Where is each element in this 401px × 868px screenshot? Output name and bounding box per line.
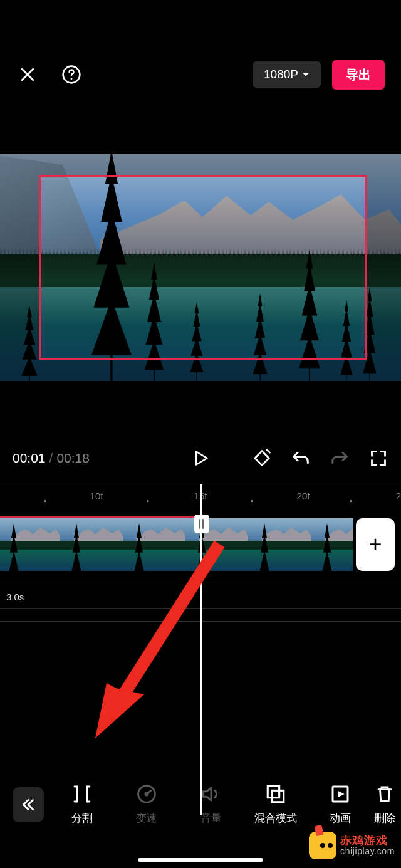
keyframe-button[interactable] [252,448,272,468]
clip-selection-indicator [0,516,200,518]
ruler-mark: 10f [90,491,103,501]
crop-frame[interactable] [39,175,367,360]
undo-button[interactable] [291,448,311,468]
total-time: 00:18 [56,451,90,466]
chevrons-left-icon [20,797,36,813]
overlay-duration-chip: 3.0s [0,589,30,605]
toolbar-item-split[interactable]: 分割 [50,783,115,825]
plus-icon: + [368,531,382,558]
play-icon [192,448,209,468]
play-button[interactable] [189,447,212,469]
ruler-mark: 2 [396,491,401,501]
help-icon [61,65,81,85]
toolbar-item-label: 音量 [200,811,222,825]
current-time: 00:01 [13,451,46,466]
keyframe-icon [253,449,271,468]
toolbar-back-button[interactable] [13,787,44,822]
time-display: 00:01 / 00:18 [13,451,90,466]
svg-point-3 [71,78,73,80]
blend-icon [265,783,286,805]
topbar-left-group [16,63,83,86]
editor-topbar: 1080P 导出 [0,51,401,98]
svg-rect-11 [272,790,283,802]
close-icon [18,65,37,84]
redo-icon [330,449,349,468]
svg-marker-7 [95,683,135,738]
undo-icon [291,449,310,468]
fullscreen-button[interactable] [368,448,388,468]
toolbar-item-delete[interactable]: 删除 [372,783,397,825]
video-clip[interactable] [0,518,353,571]
resolution-dropdown[interactable]: 1080P [253,61,321,88]
volume-icon [200,783,222,805]
help-button[interactable] [60,63,83,86]
svg-rect-10 [268,786,279,797]
time-separator: / [49,451,53,466]
watermark-rooster-icon [309,832,336,859]
resolution-label: 1080P [264,68,298,81]
watermark-brand: 赤鸡游戏 [340,834,395,847]
speed-icon [137,784,157,804]
ruler-mark: 20f [297,491,310,501]
fullscreen-icon [370,449,387,467]
add-clip-button[interactable]: + [356,518,395,571]
close-button[interactable] [16,63,39,86]
toolbar-item-speed[interactable]: 变速 [115,783,179,825]
watermark-url: chijiplay.com [340,847,395,857]
toolbar-item-label: 删除 [374,811,395,825]
split-icon [72,783,92,805]
chevron-down-icon [302,71,310,78]
toolbar-item-animation[interactable]: 动画 [308,783,372,825]
animation-icon [330,784,350,804]
toolbar-item-label: 分割 [71,811,93,825]
redo-button[interactable] [330,448,350,468]
toolbar-item-blend[interactable]: 混合模式 [243,783,308,825]
playhead[interactable] [200,484,202,815]
timeline[interactable]: 10f 15f 20f 2 + 3.0s [0,484,401,622]
playback-actions [252,448,388,468]
export-label: 导出 [346,68,371,81]
toolbar-item-label: 动画 [330,811,351,825]
toolbar-item-label: 变速 [136,811,157,825]
trash-icon [375,784,394,804]
svg-marker-6 [95,688,144,738]
video-preview[interactable] [0,154,401,381]
site-watermark: 赤鸡游戏 chijiplay.com [309,832,395,859]
toolbar-item-volume[interactable]: 音量 [179,783,244,825]
svg-point-9 [145,793,148,795]
playback-controls: 00:01 / 00:18 [0,446,401,470]
topbar-right-group: 1080P 导出 [253,60,385,90]
svg-line-4 [267,449,270,452]
home-indicator [138,858,263,862]
toolbar-item-label: 混合模式 [254,811,297,825]
export-button[interactable]: 导出 [332,60,385,90]
